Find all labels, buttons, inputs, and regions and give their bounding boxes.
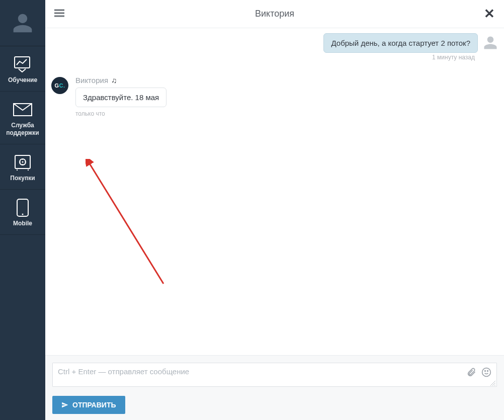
- close-icon[interactable]: ✕: [484, 6, 495, 22]
- message-textbox[interactable]: [52, 363, 497, 387]
- sender-avatar: GC.: [51, 77, 68, 94]
- attachment-icon[interactable]: [466, 367, 476, 379]
- hamburger-menu-icon[interactable]: [54, 9, 64, 19]
- svg-point-14: [485, 371, 486, 372]
- svg-rect-0: [15, 57, 30, 68]
- my-message-time: 1 минуту назад: [51, 54, 498, 61]
- sidebar-item-support[interactable]: Служба поддержки: [0, 92, 45, 144]
- sender-name: Виктория: [75, 76, 108, 85]
- sidebar-item-mobile[interactable]: Mobile: [0, 190, 45, 235]
- reply-time: только что: [75, 110, 166, 117]
- sidebar-item-learning[interactable]: Обучение: [0, 46, 45, 92]
- svg-line-12: [89, 162, 163, 284]
- chart-presentation-icon: [13, 55, 33, 73]
- chat-title: Виктория: [255, 9, 294, 19]
- sender-name-line: Виктория ♫: [75, 76, 166, 85]
- main-area: Виктория ✕ Добрый день, а когда стартует…: [45, 0, 504, 420]
- svg-point-13: [482, 368, 491, 377]
- sidebar-item-label: Mobile: [13, 220, 32, 227]
- user-icon: [483, 35, 498, 50]
- safe-icon: [13, 153, 33, 172]
- resize-handle-icon[interactable]: [490, 381, 495, 386]
- message-input[interactable]: [58, 367, 466, 376]
- sidebar-item-purchases[interactable]: Покупки: [0, 144, 45, 190]
- sidebar-item-label: Служба поддержки: [6, 122, 39, 137]
- sidebar: Обучение Служба поддержки Покупки Mobile: [0, 0, 45, 420]
- svg-point-4: [22, 161, 24, 163]
- reply-row: GC. Виктория ♫ Здравствуйте. 18 мая толь…: [51, 76, 498, 117]
- svg-point-8: [22, 214, 24, 215]
- send-button-label: ОТПРАВИТЬ: [72, 401, 116, 409]
- chat-header: Виктория ✕: [45, 0, 504, 28]
- svg-point-15: [487, 371, 488, 372]
- send-button[interactable]: ОТПРАВИТЬ: [52, 396, 125, 414]
- sidebar-item-label: Покупки: [10, 175, 35, 182]
- reply-content: Виктория ♫ Здравствуйте. 18 мая только ч…: [75, 76, 166, 117]
- chat-body: Добрый день, а когда стартует 2 поток? 1…: [45, 28, 504, 355]
- emoji-icon[interactable]: [481, 367, 491, 379]
- send-icon: [61, 401, 68, 408]
- user-icon: [12, 12, 34, 34]
- reply-bubble: Здравствуйте. 18 мая: [75, 88, 166, 107]
- music-note-icon: ♫: [111, 76, 117, 85]
- user-avatar[interactable]: [0, 0, 45, 46]
- annotation-arrow: [86, 159, 171, 290]
- my-message-row: Добрый день, а когда стартует 2 поток?: [51, 33, 498, 53]
- sidebar-item-label: Обучение: [8, 76, 37, 84]
- my-message-bubble: Добрый день, а когда стартует 2 поток?: [323, 33, 478, 53]
- envelope-icon: [13, 101, 33, 119]
- compose-area: ОТПРАВИТЬ: [45, 355, 504, 420]
- my-avatar: [483, 35, 498, 50]
- phone-icon: [13, 199, 33, 217]
